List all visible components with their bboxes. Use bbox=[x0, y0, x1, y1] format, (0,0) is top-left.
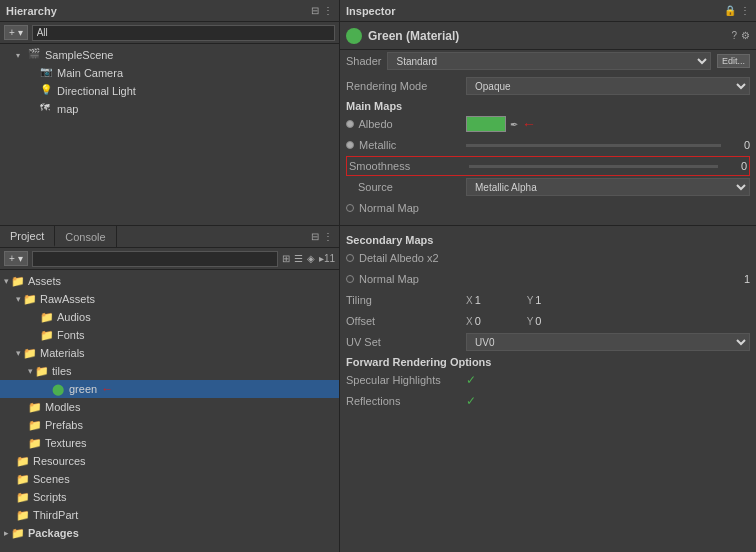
map-label: map bbox=[57, 103, 78, 115]
lock-icon[interactable]: 🔒 bbox=[724, 5, 736, 16]
sec-tiling-x-label: X bbox=[466, 295, 473, 306]
tab-project[interactable]: Project bbox=[0, 226, 55, 247]
project-item-materials[interactable]: ▾ 📁 Materials bbox=[0, 344, 339, 362]
hierarchy-search[interactable] bbox=[32, 25, 335, 41]
secondary-offset-row: Offset X 0 Y 0 bbox=[346, 311, 750, 331]
tab-icons: ⊟ ⋮ bbox=[311, 231, 339, 242]
uv-set-value: UV0 bbox=[466, 333, 750, 351]
green-red-arrow: ← bbox=[101, 382, 113, 396]
source-dropdown[interactable]: Metallic Alpha bbox=[466, 178, 750, 196]
secondary-normal-value: 1 bbox=[466, 273, 750, 285]
secondary-normal-radio bbox=[346, 275, 354, 283]
prefabs-label: Prefabs bbox=[45, 419, 83, 431]
filter-icon[interactable]: ◈ bbox=[307, 253, 315, 264]
detail-albedo-radio bbox=[346, 254, 354, 262]
material-actions: ? ⚙ bbox=[731, 30, 750, 41]
smoothness-slider-container: 0 bbox=[469, 160, 747, 172]
project-item-scripts[interactable]: 📁 Scripts bbox=[0, 488, 339, 506]
inspector-panel: Inspector 🔒 ⋮ Green (Material) ? ⚙ Shade… bbox=[340, 0, 756, 225]
modles-folder-icon: 📁 bbox=[28, 401, 42, 414]
project-item-tiles[interactable]: ▾ 📁 tiles bbox=[0, 362, 339, 380]
question-icon[interactable]: ? bbox=[731, 30, 737, 41]
secondary-offset-label: Offset bbox=[346, 315, 466, 327]
normal-map-row: Normal Map bbox=[346, 198, 750, 218]
rawassets-folder-icon: 📁 bbox=[23, 293, 37, 306]
assets-arrow: ▾ bbox=[4, 276, 9, 286]
eyedropper-icon[interactable]: ✒ bbox=[510, 119, 518, 130]
folder-view-icon[interactable]: ⊞ bbox=[282, 253, 290, 264]
uv-set-dropdown[interactable]: UV0 bbox=[466, 333, 750, 351]
sec-offset-x-val: 0 bbox=[475, 315, 495, 327]
normal-map-label: Normal Map bbox=[346, 202, 466, 214]
project-item-packages[interactable]: ▸ 📁 Packages bbox=[0, 524, 339, 542]
tiles-folder-icon: 📁 bbox=[35, 365, 49, 378]
albedo-color-swatch[interactable] bbox=[466, 116, 506, 132]
smoothness-slider[interactable] bbox=[469, 165, 718, 168]
inspector-header: Inspector 🔒 ⋮ bbox=[340, 0, 756, 22]
secondary-tiling-xy: X 1 Y 1 bbox=[466, 294, 555, 306]
specular-row: Specular Highlights ✓ bbox=[346, 370, 750, 390]
project-item-green[interactable]: ⬤ green ← bbox=[0, 380, 339, 398]
smoothness-val: 0 bbox=[722, 160, 747, 172]
reflections-value: ✓ bbox=[466, 394, 750, 408]
source-value: Metallic Alpha bbox=[466, 178, 750, 196]
metallic-radio bbox=[346, 141, 354, 149]
hierarchy-item-samplescene[interactable]: ▾ 🎬 SampleScene bbox=[0, 46, 339, 64]
add-hierarchy-button[interactable]: + ▾ bbox=[4, 25, 28, 40]
metallic-slider-container: 0 bbox=[466, 139, 750, 151]
project-item-modles[interactable]: 📁 Modles bbox=[0, 398, 339, 416]
hierarchy-panel: Hierarchy ⊟ ⋮ + ▾ ▾ 🎬 SampleScene 📷 Main… bbox=[0, 0, 340, 225]
rendering-mode-dropdown[interactable]: Opaque bbox=[466, 77, 750, 95]
prefabs-folder-icon: 📁 bbox=[28, 419, 42, 432]
fonts-label: Fonts bbox=[57, 329, 85, 341]
menu-tab-icon[interactable]: ⋮ bbox=[323, 231, 333, 242]
hierarchy-item-map[interactable]: 🗺 map bbox=[0, 100, 339, 118]
assets-folder-icon: 📁 bbox=[11, 275, 25, 288]
shader-row: Shader Standard Edit... bbox=[340, 50, 756, 72]
hierarchy-toolbar: + ▾ bbox=[0, 22, 339, 44]
list-view-icon[interactable]: ☰ bbox=[294, 253, 303, 264]
hierarchy-item-directionallight[interactable]: 💡 Directional Light bbox=[0, 82, 339, 100]
sec-offset-y-label: Y bbox=[527, 316, 534, 327]
project-item-scenes[interactable]: 📁 Scenes bbox=[0, 470, 339, 488]
tab-console[interactable]: Console bbox=[55, 226, 116, 247]
materials-arrow: ▾ bbox=[16, 348, 21, 358]
project-item-resources[interactable]: 📁 Resources bbox=[0, 452, 339, 470]
scenes-label: Scenes bbox=[33, 473, 70, 485]
project-panel: Project Console ⊟ ⋮ + ▾ ⊞ ☰ ◈ ▸11 ▾ 📁 As… bbox=[0, 225, 340, 552]
light-icon: 💡 bbox=[40, 84, 54, 98]
project-search[interactable] bbox=[32, 251, 278, 267]
settings-icon[interactable]: ⚙ bbox=[741, 30, 750, 41]
tiles-arrow: ▾ bbox=[28, 366, 33, 376]
metallic-slider[interactable] bbox=[466, 144, 721, 147]
menu-icon[interactable]: ⋮ bbox=[323, 5, 333, 16]
project-item-textures[interactable]: 📁 Textures bbox=[0, 434, 339, 452]
inspector-content: Rendering Mode Opaque Main Maps Albedo ✒ bbox=[340, 72, 756, 225]
project-item-fonts[interactable]: 📁 Fonts bbox=[0, 326, 339, 344]
secondary-tiling-value: X 1 Y 1 bbox=[466, 294, 750, 306]
thirdpart-folder-icon: 📁 bbox=[16, 509, 30, 522]
project-item-thirdpart[interactable]: 📁 ThirdPart bbox=[0, 506, 339, 524]
project-item-prefabs[interactable]: 📁 Prefabs bbox=[0, 416, 339, 434]
scene-label: SampleScene bbox=[45, 49, 114, 61]
packages-label: Packages bbox=[28, 527, 79, 539]
tiles-label: tiles bbox=[52, 365, 72, 377]
lock-icon[interactable]: ⊟ bbox=[311, 5, 319, 16]
lock-tab-icon[interactable]: ⊟ bbox=[311, 231, 319, 242]
shader-label: Shader bbox=[346, 55, 381, 67]
hierarchy-title: Hierarchy bbox=[6, 5, 57, 17]
audios-label: Audios bbox=[57, 311, 91, 323]
source-label: Source bbox=[346, 181, 466, 193]
source-row: Source Metallic Alpha bbox=[346, 177, 750, 197]
edit-button[interactable]: Edit... bbox=[717, 54, 750, 68]
item-count: ▸11 bbox=[319, 253, 335, 264]
shader-dropdown[interactable]: Standard bbox=[387, 52, 711, 70]
reflections-checkmark: ✓ bbox=[466, 394, 476, 408]
add-project-button[interactable]: + ▾ bbox=[4, 251, 28, 266]
inspector-header-right: 🔒 ⋮ bbox=[724, 5, 750, 16]
project-item-assets[interactable]: ▾ 📁 Assets bbox=[0, 272, 339, 290]
project-item-rawassets[interactable]: ▾ 📁 RawAssets bbox=[0, 290, 339, 308]
project-item-audios[interactable]: 📁 Audios bbox=[0, 308, 339, 326]
hierarchy-item-maincamera[interactable]: 📷 Main Camera bbox=[0, 64, 339, 82]
menu-icon[interactable]: ⋮ bbox=[740, 5, 750, 16]
